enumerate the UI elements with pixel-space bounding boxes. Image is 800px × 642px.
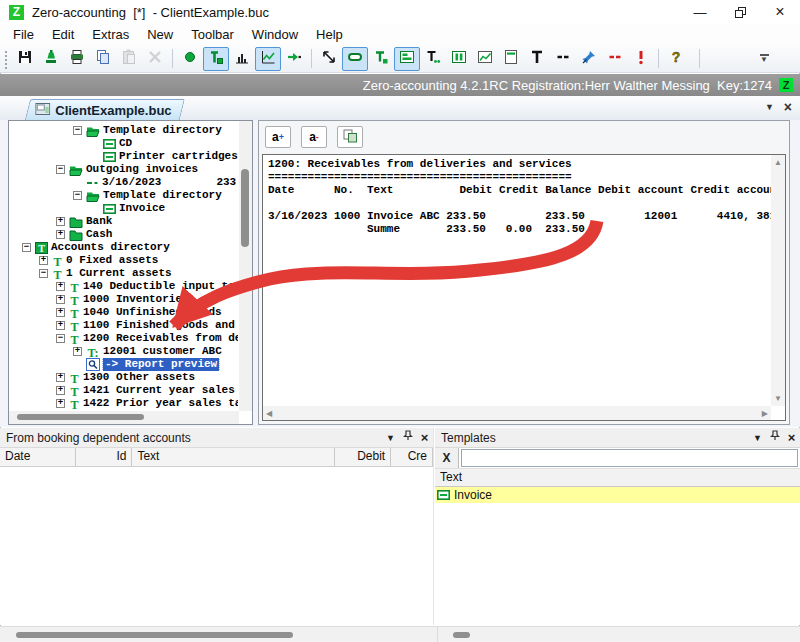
tab-clientexample[interactable]: ClientExample.buc	[25, 99, 186, 120]
toolbar-grip[interactable]	[3, 49, 9, 69]
tree-item-label[interactable]: 1421 Current year sales t	[83, 384, 238, 397]
tree-item[interactable]: +T1300 Other assets	[10, 371, 238, 384]
tree-item-label[interactable]: Template directory	[103, 124, 222, 137]
tree-item[interactable]: CD	[10, 137, 238, 150]
expand-icon[interactable]: +	[56, 230, 65, 239]
menu-extras[interactable]: Extras	[83, 25, 138, 44]
tree-item[interactable]: Printer cartridges	[10, 150, 238, 163]
value-bars-button[interactable]	[446, 47, 472, 71]
tree-item[interactable]: +T:12001 customer ABC	[10, 345, 238, 358]
scroll-down-icon[interactable]: ▼	[774, 394, 782, 403]
column-header-id[interactable]: Id	[76, 448, 133, 466]
booking-panel-menu-button[interactable]: ▼	[382, 429, 399, 447]
collapse-icon[interactable]: −	[56, 334, 65, 343]
expand-icon[interactable]: +	[56, 321, 65, 330]
tree-vertical-scrollbar[interactable]	[239, 121, 252, 411]
resize-mode-button[interactable]	[316, 47, 342, 71]
tree-item[interactable]: +Cash	[10, 228, 238, 241]
menu-edit[interactable]: Edit	[43, 25, 83, 44]
tree-item[interactable]: −Outgoing invoices	[10, 163, 238, 176]
tree-item-label[interactable]: 1300 Other assets	[83, 371, 195, 384]
template-row[interactable]: Invoice	[435, 487, 800, 503]
scroll-right-icon[interactable]: ▶	[762, 409, 768, 418]
tree-item[interactable]: −T1200 Receivables from del	[10, 332, 238, 345]
close-button[interactable]: ×	[760, 0, 800, 24]
tree-item[interactable]: +T140 Deductible input tax	[10, 280, 238, 293]
tree-horizontal-scrollbar[interactable]	[9, 411, 239, 424]
expand-icon[interactable]: +	[56, 373, 65, 382]
text-with-dots-button[interactable]	[420, 47, 446, 71]
menu-help[interactable]: Help	[307, 25, 352, 44]
expand-icon[interactable]: +	[56, 386, 65, 395]
pin-note-button[interactable]	[576, 47, 602, 71]
expand-icon[interactable]: +	[56, 399, 65, 408]
tree-item[interactable]: +T1000 Inventories	[10, 293, 238, 306]
tree-item[interactable]: Invoice	[10, 202, 238, 215]
dashes-button[interactable]	[550, 47, 576, 71]
tree-view-button[interactable]	[203, 47, 229, 71]
collapse-icon[interactable]: −	[73, 126, 82, 135]
tree-item[interactable]: −T1 Current assets	[10, 267, 238, 280]
document-menu-button[interactable]: ▼	[765, 100, 774, 114]
tree-item-label[interactable]: 1100 Finished goods and m	[83, 319, 238, 332]
collapse-icon[interactable]: −	[73, 191, 82, 200]
tree-item[interactable]: +Bank	[10, 215, 238, 228]
tree-item[interactable]: +T1421 Current year sales t	[10, 384, 238, 397]
tree-item-label[interactable]: 12001 customer ABC	[103, 345, 222, 358]
tree-item-label[interactable]: Bank	[86, 215, 112, 228]
tree-item-label[interactable]: Printer cartridges	[119, 150, 238, 163]
export-button[interactable]	[337, 126, 363, 148]
booking-panel-close-button[interactable]: ×	[416, 429, 433, 447]
tree-item-label[interactable]: Invoice	[119, 202, 165, 215]
font-decrease-button[interactable]: a-	[301, 126, 327, 148]
templates-filter-input[interactable]	[461, 449, 798, 467]
oval-field-button[interactable]	[342, 47, 368, 71]
form-fields-button[interactable]	[394, 47, 420, 71]
toolbar-overflow-button[interactable]: ▼	[756, 54, 772, 63]
menu-file[interactable]: File	[4, 25, 43, 44]
collapse-icon[interactable]: −	[22, 243, 31, 252]
templates-panel-close-button[interactable]: ×	[783, 429, 800, 447]
record-button[interactable]	[177, 47, 203, 71]
menu-toolbar[interactable]: Toolbar	[182, 25, 243, 44]
tree-item-label[interactable]: 1422 Prior year sales tax	[83, 397, 238, 410]
tree-item-label[interactable]: 140 Deductible input tax	[83, 280, 238, 293]
templates-panel-pin-button[interactable]	[766, 429, 783, 447]
report-vertical-scrollbar[interactable]: ▲ ▼	[771, 155, 785, 406]
minimize-button[interactable]: —	[680, 0, 720, 24]
tree-item-label[interactable]: CD	[119, 137, 132, 150]
scroll-up-icon[interactable]: ▲	[774, 158, 782, 167]
bar-chart-view-button[interactable]	[229, 47, 255, 71]
booking-hscroll-thumb[interactable]	[16, 632, 293, 638]
report-page-button[interactable]	[498, 47, 524, 71]
restore-button[interactable]	[720, 0, 760, 24]
alert-button[interactable]	[628, 47, 654, 71]
tree-item-label[interactable]: -> Report preview	[103, 358, 219, 371]
mini-chart-button[interactable]	[472, 47, 498, 71]
booking-panel-pin-button[interactable]	[399, 429, 416, 447]
expand-icon[interactable]: +	[56, 295, 65, 304]
menu-window[interactable]: Window	[243, 25, 307, 44]
copy-button[interactable]	[90, 47, 116, 71]
tree-item[interactable]: −TAccounts directory	[10, 241, 238, 254]
help-button[interactable]: ?	[663, 47, 689, 71]
tree-item-label[interactable]: Accounts directory	[51, 241, 170, 254]
tree-item-label[interactable]: Template directory	[103, 189, 222, 202]
expand-icon[interactable]: +	[56, 217, 65, 226]
goto-booking-button[interactable]	[281, 47, 307, 71]
menu-new[interactable]: New	[138, 25, 182, 44]
templates-column-header[interactable]: Text	[435, 469, 800, 487]
templates-hscroll-thumb[interactable]	[453, 632, 470, 638]
tree-hscroll-thumb[interactable]	[17, 414, 144, 420]
tree-item-label[interactable]: 1000 Inventories	[83, 293, 189, 306]
templates-filter-clear-button[interactable]: X	[435, 448, 459, 468]
document-close-button[interactable]: ×	[784, 100, 792, 114]
font-increase-button[interactable]: a+	[265, 126, 291, 148]
tree-item-label[interactable]: 1 Current assets	[66, 267, 172, 280]
column-header-debit[interactable]: Debit	[335, 448, 391, 466]
tree-item[interactable]: +T0 Fixed assets	[10, 254, 238, 267]
post-booking-button[interactable]	[38, 47, 64, 71]
collapse-icon[interactable]: −	[39, 269, 48, 278]
tree-vscroll-thumb[interactable]	[241, 169, 249, 247]
column-header-text[interactable]: Text	[132, 448, 335, 466]
